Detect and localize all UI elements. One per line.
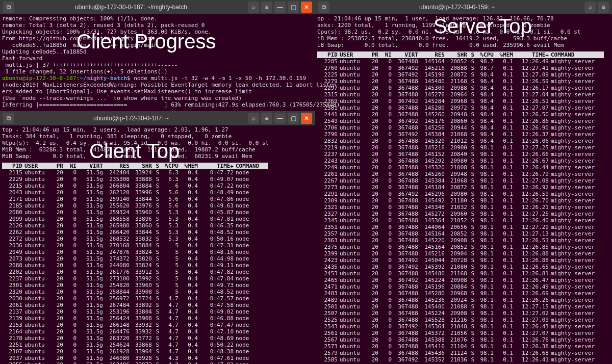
minimize-button[interactable]: — xyxy=(274,2,286,13)
table-row: 2525ubuntu20036748814552821216S98.10.112… xyxy=(317,317,604,323)
maximize-button[interactable]: ▢ xyxy=(288,113,299,124)
table-row: 2225ubuntu20036749214519620872S98.40.112… xyxy=(317,71,604,78)
table-row: 2489ubuntu20036748814523620924S98.10.112… xyxy=(317,297,604,303)
table-row: 2153ubuntu20051.5g26614833932S4.70.40:47… xyxy=(2,322,268,328)
table-row: 2185ubuntu20051.5g25562033976S5.60.40:49… xyxy=(2,202,268,209)
terminal-titlebar-client-top: ⧉ ubuntu@ip-172-30-0-187: ~ ⌕ ≡ — ▢ ✕ xyxy=(0,111,315,125)
table-row: 2453ubuntu20036748814548021168S98.10.112… xyxy=(317,270,604,277)
table-row: 2080ubuntu20051.5g25932433960S5.30.40:45… xyxy=(2,209,268,216)
table-row: 2171ubuntu20051.5g25914033844S5.60.40:47… xyxy=(2,196,268,202)
close-button[interactable]: ✕ xyxy=(301,113,312,124)
table-row: 2567ubuntu20036748814538821076S98.10.112… xyxy=(317,336,604,343)
table-row: 2321ubuntu20036748814534821032S98.10.112… xyxy=(317,204,604,211)
close-button[interactable]: ✕ xyxy=(301,2,312,13)
table-row: 2320ubuntu20051.5g25884433908S50.40:48.5… xyxy=(2,289,268,295)
table-row: 2579ubuntu20036748814543621124S98.10.112… xyxy=(317,350,604,356)
terminal-output-client-progress[interactable]: remote: Compressing objects: 100% (1/1),… xyxy=(0,14,315,109)
table-row: 2363ubuntu20036748814522020908S98.10.112… xyxy=(317,237,604,244)
table-row: 2267ubuntu20036748814538421068S98.10.112… xyxy=(317,177,604,184)
table-row: 2137ubuntu20051.5g25319633804S4.70.40:49… xyxy=(2,308,268,315)
table-row: 2561ubuntu20036748814537221056S98.10.112… xyxy=(317,330,604,336)
table-row: 2315ubuntu20036748814527620964S98.40.112… xyxy=(317,91,604,98)
menu-button[interactable]: ≡ xyxy=(261,2,272,13)
terminal-app-icon: ⧉ xyxy=(3,2,14,13)
table-row: 2099ubuntu20051.5g26855833896S5.30.40:47… xyxy=(2,216,268,222)
table-row: 2261ubuntu20036748814526020948S98.10.112… xyxy=(317,171,604,177)
table-row: 2251ubuntu20051.5g25462433868S4.70.40:50… xyxy=(2,342,268,348)
table-row: 2139ubuntu20051.5g25642433908S4.70.40:46… xyxy=(2,315,268,322)
terminal-output-server-top[interactable]: op - 21:04:46 up 15 min, 1 user, load av… xyxy=(315,14,612,364)
menu-button[interactable]: ≡ xyxy=(598,2,609,13)
table-row: 2030ubuntu20051.5g25697233724S4.70.40:47… xyxy=(2,295,268,302)
table-row: 2178ubuntu20051.5g26372033772S4.70.40:48… xyxy=(2,335,268,342)
window-title: ubuntu@ip-172-30-0-187: ~ xyxy=(16,115,246,122)
table-row: 2273ubuntu20036748814518420872S98.10.112… xyxy=(317,184,604,191)
menu-button[interactable]: ≡ xyxy=(261,113,272,124)
table-header: PIDUSERPRNIVIRTRESSHRS%CPU%MEM TIME+COMM… xyxy=(317,51,604,58)
table-row: 2471ubuntu20036748814519620884S98.10.112… xyxy=(317,283,604,290)
table-row: 2061ubuntu20051.5g26748433892S4.70.40:47… xyxy=(2,302,268,308)
table-row: 2832ubuntu20036748814532021012S98.40.112… xyxy=(317,138,604,144)
table-row: 2345ubuntu20036748814536421052S98.10.112… xyxy=(317,217,604,224)
table-row: 2357ubuntu20036748814516420852S98.10.112… xyxy=(317,230,604,237)
table-row: 2549ubuntu20036749214517620860S98.40.112… xyxy=(317,118,604,124)
table-row: 2272ubuntu20051.5g26853233832S5.30.40:50… xyxy=(2,236,268,242)
table-header: PIDUSERPRNIVIRTRESSHRS%CPU%MEM TIME+COMM… xyxy=(2,163,268,169)
table-row: 2073ubuntu20051.5g27437233820S50.40:44.9… xyxy=(2,255,268,262)
terminal-titlebar-server-top: ⧉ ubuntu@ip-172-30-0-159: ~ ⌕ ≡ xyxy=(315,0,612,14)
table-row: 2706ubuntu20036748814525620944S98.40.112… xyxy=(317,124,604,131)
window-title: ubuntu@ip-172-30-0-187: ~/mighty-batch xyxy=(16,4,246,11)
table-row: 2507ubuntu20036748814522420908S98.10.112… xyxy=(317,310,604,317)
table-row: 2381ubuntu20036748814528020972S98.40.112… xyxy=(317,105,604,111)
table-row: 2055ubuntu20051.5g26249633872S4.30.40:47… xyxy=(2,361,268,364)
terminal-app-icon: ⧉ xyxy=(318,2,329,13)
table-row: 2501ubuntu20036748814540021088S98.10.112… xyxy=(317,303,604,310)
table-row: 2249ubuntu20036748814532021008S98.10.112… xyxy=(317,164,604,171)
table-row: 2301ubuntu20051.5g25482033960S50.40:49.7… xyxy=(2,282,268,289)
table-row: 2285ubuntu20036748814516420852S98.70.112… xyxy=(317,58,604,65)
table-row: 2327ubuntu20036748814527220960S98.10.112… xyxy=(317,211,604,217)
table-row: 2309ubuntu20036748814549221180S98.10.112… xyxy=(317,197,604,204)
table-row: 2543ubuntu20036749214536421048S98.10.112… xyxy=(317,323,604,330)
table-row: 2037ubuntu20051.5g24608033928S4.30.40:47… xyxy=(2,355,268,361)
table-row: 2291ubuntu20036749214529620980S98.10.112… xyxy=(317,191,604,197)
table-row: 2585ubuntu20036749214535221036S98.10.112… xyxy=(317,356,604,363)
table-row: 2399ubuntu20036748814521620904S98.10.112… xyxy=(317,250,604,257)
table-row: 2573ubuntu20036748814541621104S98.10.112… xyxy=(317,343,604,350)
table-row: 2229ubuntu20051.5g23530833888S6.30.40:49… xyxy=(2,176,268,183)
table-row: 2088ubuntu20051.5g24408033824S50.40:49.1… xyxy=(2,262,268,269)
table-row: 2369ubuntu20036749214528420968S98.40.112… xyxy=(317,98,604,105)
search-button[interactable]: ⌕ xyxy=(248,113,259,124)
window-title: ubuntu@ip-172-30-0-159: ~ xyxy=(332,4,582,11)
table-row: 2243ubuntu20036748814529220980S98.10.112… xyxy=(317,158,604,164)
table-row: 2036ubuntu20051.5g27016833884S50.40:47.3… xyxy=(2,242,268,249)
table-row: 2164ubuntu20051.5g26447633932S4.70.40:47… xyxy=(2,328,268,335)
table-row: 2375ubuntu20036748814516420852S98.10.112… xyxy=(317,244,604,250)
table-row: 2351ubuntu20036748814496420656S98.10.112… xyxy=(317,224,604,230)
table-row: 2237ubuntu20036748814515220840S98.10.112… xyxy=(317,151,604,158)
terminal-titlebar-client-progress: ⧉ ubuntu@ip-172-30-0-187: ~/mighty-batch… xyxy=(0,0,315,14)
table-row: 2307ubuntu20051.5g26192833964S4.70.40:48… xyxy=(2,348,268,355)
search-button[interactable]: ⌕ xyxy=(584,2,596,13)
maximize-button[interactable]: ▢ xyxy=(288,2,299,13)
table-row: 2126ubuntu20051.5g26598033860S5.30.40:46… xyxy=(2,222,268,229)
table-row: 2483ubuntu20036748814528020968S98.10.112… xyxy=(317,290,604,297)
table-row: 2219ubuntu20036748814521620900S98.10.112… xyxy=(317,144,604,151)
table-row: 2049ubuntu20051.5g24787633824S50.40:48.1… xyxy=(2,249,268,255)
table-row: 2115ubuntu20051.5g24240433924S6.30.40:47… xyxy=(2,169,268,176)
terminal-output-client-top[interactable]: top - 21:04:46 up 15 min, 2 users, load … xyxy=(0,125,315,364)
table-row: 2237ubuntu20051.5g27310033992S50.40:47.8… xyxy=(2,275,268,282)
table-row: 2465ubuntu20036749214522420908S98.10.112… xyxy=(317,277,604,283)
terminal-app-icon: ⧉ xyxy=(3,113,14,124)
table-row: 2215ubuntu20051.5g26680433884S60.40:47.2… xyxy=(2,183,268,189)
top-process-table: PIDUSERPRNIVIRTRESSHRS%CPU%MEM TIME+COMM… xyxy=(2,163,268,364)
minimize-button[interactable]: — xyxy=(274,113,286,124)
table-row: 2423ubuntu20036749214504420728S98.10.112… xyxy=(317,257,604,264)
table-row: 2297ubuntu20036748814530020988S98.40.112… xyxy=(317,85,604,91)
table-row: 2760ubuntu20036749214521620888S98.70.112… xyxy=(317,65,604,71)
table-row: 2279ubuntu20036748814548021168S98.40.112… xyxy=(317,78,604,85)
table-row: 2435ubuntu20036749214539221080S98.10.112… xyxy=(317,264,604,270)
table-row: 2796ubuntu20036749214538421068S98.40.112… xyxy=(317,131,604,138)
table-row: 2262ubuntu20051.5g26642033844S5.30.40:48… xyxy=(2,229,268,236)
search-button[interactable]: ⌕ xyxy=(248,2,259,13)
